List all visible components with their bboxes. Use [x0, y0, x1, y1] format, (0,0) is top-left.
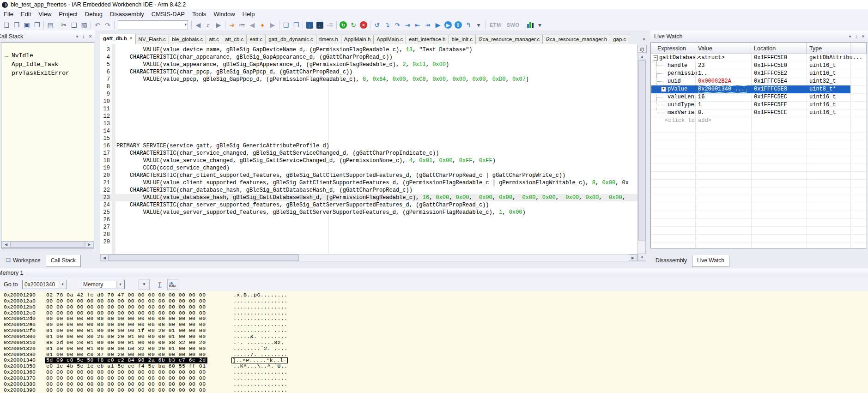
code-line[interactable]: 28 [100, 231, 637, 238]
code-line[interactable]: 29 [100, 238, 637, 246]
tab-NV-Flash-c[interactable]: NV_Flash.c [135, 35, 169, 44]
panel-dropdown-icon[interactable]: ▾ [76, 34, 79, 39]
undo-icon[interactable]: ↶ [92, 20, 103, 30]
save-all-icon[interactable]: ❒ [32, 20, 42, 30]
redo-icon[interactable]: ↷ [103, 20, 113, 30]
memory-row[interactable]: 0x2000132001 00 00 00 01 00 00 00 60 32 … [0, 346, 868, 352]
code-line[interactable]: 6 CHARACTERISTIC(char_ppcp, gBleSig_GapP… [100, 68, 637, 76]
code-line[interactable]: 11 [100, 105, 637, 113]
tab-gatt-db-dynamic-c[interactable]: gatt_db_dynamic.c [265, 35, 316, 44]
line-number[interactable]: 13 [100, 120, 110, 127]
break-pause-icon[interactable]: ‖ [453, 20, 463, 30]
run-to-cursor-icon[interactable]: ▶ [433, 20, 443, 30]
code-line[interactable]: 9 [100, 91, 637, 98]
memory-row[interactable]: 0x2000131088 2d 00 20 01 00 00 00 01 00 … [0, 340, 868, 346]
watch-value[interactable]: 0x00002B2A [698, 78, 731, 85]
menu-item-edit[interactable]: Edit [17, 10, 35, 18]
memory-row[interactable]: 0x2000138000 00 00 00 00 00 00 00 00 00 … [0, 381, 868, 387]
line-number[interactable]: 21 [100, 179, 110, 187]
tab-list-dropdown-icon[interactable]: ▼ [641, 35, 647, 43]
watch-row[interactable]: +pValue0x20001340 ...0x1FFFC5E8uint8_t* [651, 85, 867, 94]
column-header-location[interactable]: Location [751, 43, 807, 54]
watch-row[interactable]: handle230x1FFFC5E0uint16_t [651, 62, 867, 70]
download-and-debug-icon[interactable]: ↓ [315, 20, 325, 30]
memory-bytes[interactable]: 00 00 00 00 00 00 00 00 00 00 00 00 00 0… [46, 304, 206, 310]
etm-button[interactable]: ETM [487, 22, 504, 28]
goto-address-combobox[interactable]: 0x20001340 ▾ [22, 280, 67, 289]
swo-button[interactable]: SWO [504, 22, 522, 28]
memory-bytes[interactable]: 00 00 00 00 00 00 00 00 00 00 00 00 00 0… [46, 298, 206, 304]
code-line[interactable]: 24 CHARACTERISTIC(char_server_supported_… [100, 201, 637, 209]
memory-row[interactable]: 0x200012f001 00 00 00 01 00 00 00 90 1f … [0, 328, 868, 334]
match-brackets-icon[interactable]: ≔ [237, 20, 247, 30]
line-number[interactable]: 5 [100, 61, 110, 68]
line-number[interactable]: 23 [100, 194, 110, 201]
stack-frame[interactable]: →NvIdle [1, 51, 94, 60]
dock-tab-live-watch[interactable]: Live Watch [692, 255, 729, 267]
watch-value[interactable]: 0x20001340 ... [698, 85, 747, 93]
scroll-right-icon[interactable]: ▶ [85, 242, 93, 248]
find-previous-icon[interactable]: ◀ [193, 20, 203, 30]
memory-row[interactable]: 0x2000129002 78 0a 42 fc d0 70 47 00 00 … [0, 292, 868, 298]
print-icon[interactable]: ▤ [45, 20, 55, 30]
watch-value[interactable]: 1 [698, 70, 701, 77]
line-number[interactable]: 29 [100, 238, 110, 246]
memory-row[interactable]: 0x200012a000 00 00 00 00 00 00 00 00 00 … [0, 298, 868, 304]
line-number[interactable]: 7 [100, 76, 110, 83]
scroll-thumb[interactable] [109, 254, 299, 261]
editor-vscrollbar[interactable]: ▲ ▼ [637, 52, 646, 261]
save-icon[interactable]: ▣ [22, 20, 32, 30]
next-bookmark-icon[interactable]: ▶ [267, 20, 278, 30]
memory-hex-view[interactable]: 0x2000129002 78 0a 42 fc d0 70 47 00 00 … [0, 291, 868, 393]
editor-hscrollbar[interactable]: ◀ ▶ [100, 254, 637, 261]
scroll-left-icon[interactable]: ◀ [2, 242, 10, 248]
code-line[interactable]: 12 [100, 113, 637, 120]
full-reset-icon[interactable]: ↻ [348, 20, 358, 30]
watch-value[interactable]: 0 [698, 109, 701, 116]
memory-bytes[interactable]: 88 2d 00 20 01 00 00 00 01 00 00 00 38 3… [46, 340, 206, 346]
tab-eatt-interface-h[interactable]: eatt_interface.h [406, 35, 449, 44]
tab-att-c[interactable]: att.c [206, 35, 222, 44]
logic-analyzer-icon[interactable] [527, 22, 534, 28]
line-number[interactable]: 16 [100, 142, 110, 150]
scroll-right-icon[interactable]: ▶ [629, 254, 637, 261]
memory-bytes[interactable]: 01 00 00 00 01 00 00 00 60 32 00 20 01 0… [46, 346, 206, 352]
quick-search-combobox[interactable]: ▾ [118, 20, 188, 30]
watch-value[interactable]: 1 [698, 101, 701, 109]
download-icon[interactable]: ↓ [304, 20, 315, 30]
line-number[interactable]: 15 [100, 135, 110, 142]
menu-item-project[interactable]: Project [55, 10, 81, 18]
line-number[interactable]: 8 [100, 83, 110, 91]
line-number[interactable]: 11 [100, 105, 110, 113]
line-number[interactable]: 19 [100, 164, 110, 172]
menu-item-help[interactable]: Help [239, 10, 259, 18]
memory-columns-dropdown-button[interactable]: ▼ [139, 279, 150, 290]
watch-row[interactable]: permissio...10x1FFFC5E2uint16_t [651, 70, 867, 78]
line-number[interactable]: 28 [100, 231, 110, 238]
code-line[interactable]: 10 [100, 98, 637, 105]
panel-dropdown-icon[interactable]: ▾ [849, 34, 851, 39]
tab-eatt-c[interactable]: eatt.c [246, 35, 266, 44]
scroll-down-icon[interactable]: ▼ [638, 254, 646, 261]
watch-value[interactable]: <struct> [698, 54, 725, 61]
code-line[interactable]: 5 VALUE(value_appearance, gBleSig_GapApp… [100, 61, 637, 68]
watch-row[interactable]: valueLen...160x1FFFC5ECuint16_t [651, 93, 867, 102]
close-tab-icon[interactable]: × [130, 36, 133, 44]
tab-ApplMain-h[interactable]: ApplMain.h [341, 35, 374, 44]
analyzer-dropdown-icon[interactable]: ▾ [535, 20, 545, 30]
memory-bytes[interactable]: 01 00 00 00 01 00 00 00 90 1f 00 20 01 0… [46, 328, 206, 334]
watch-value[interactable]: 23 [698, 62, 704, 69]
line-number[interactable]: 18 [100, 157, 110, 164]
menu-item-window[interactable]: Window [210, 10, 238, 18]
code-line[interactable]: 19 CCCD(cccd_service_changed) [100, 164, 637, 172]
tab-ble-globals-c[interactable]: ble_globals.c [169, 35, 206, 44]
collapse-icon[interactable]: − [653, 55, 658, 60]
code-line[interactable]: 27 [100, 224, 637, 231]
line-number[interactable]: 14 [100, 127, 110, 135]
menu-item-tools[interactable]: Tools [188, 10, 210, 18]
tab-att-cb-c[interactable]: att_cb.c [222, 35, 247, 44]
line-number[interactable]: 6 [100, 68, 110, 76]
memory-row[interactable]: 0x2000136000 00 00 00 00 00 00 00 00 00 … [0, 369, 868, 375]
goto-definition-icon[interactable]: ❐ [291, 20, 301, 30]
expand-icon[interactable]: + [661, 87, 666, 92]
